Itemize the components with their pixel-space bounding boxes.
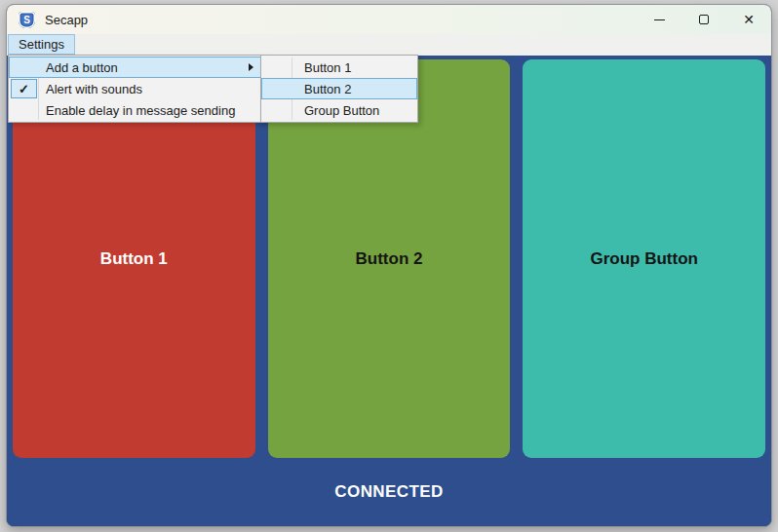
- big-button-1-label: Button 1: [100, 249, 168, 269]
- submenu-arrow-icon: [249, 63, 253, 71]
- menu-item-alert-with-sounds[interactable]: ✓ Alert with sounds: [9, 78, 262, 99]
- big-button-2-label: Button 2: [356, 249, 423, 269]
- submenu-item-button-1[interactable]: Button 1: [261, 57, 417, 78]
- close-button[interactable]: ✕: [726, 5, 771, 34]
- submenu-item-label: Button 1: [304, 60, 351, 75]
- big-button-group-label: Group Button: [590, 249, 697, 269]
- add-button-submenu-popup: Button 1 Button 2 Group Button: [260, 55, 418, 123]
- close-icon: ✕: [743, 13, 755, 26]
- maximize-button[interactable]: [681, 5, 726, 34]
- menu-item-add-a-button[interactable]: Add a button: [9, 57, 262, 78]
- submenu-item-label: Group Button: [304, 103, 379, 118]
- app-icon-letter: S: [23, 15, 30, 25]
- connection-status-label: CONNECTED: [334, 482, 443, 502]
- menu-item-label: Enable delay in message sending: [46, 103, 235, 118]
- settings-menu-popup: Add a button ✓ Alert with sounds Enable …: [8, 55, 263, 123]
- menubar: Settings: [7, 34, 771, 56]
- menu-item-enable-delay[interactable]: Enable delay in message sending: [9, 99, 262, 121]
- titlebar: S Secapp ✕: [7, 5, 771, 34]
- submenu-item-group-button[interactable]: Group Button: [261, 99, 417, 121]
- maximize-icon: [699, 15, 709, 24]
- statusbar: CONNECTED: [7, 458, 771, 526]
- app-shield-icon: S: [19, 12, 35, 28]
- window-title: Secapp: [45, 13, 88, 27]
- submenu-item-label: Button 2: [304, 82, 351, 96]
- submenu-item-button-2[interactable]: Button 2: [261, 78, 417, 99]
- minimize-button[interactable]: [637, 5, 681, 34]
- main-content: Button 1 Button 2 Group Button CONNECTED: [7, 56, 771, 526]
- menu-item-label: Alert with sounds: [46, 82, 142, 96]
- menubar-item-label: Settings: [19, 37, 64, 52]
- big-button-group[interactable]: Group Button: [523, 59, 765, 458]
- menubar-item-settings[interactable]: Settings: [8, 34, 75, 55]
- minimize-icon: [654, 19, 665, 20]
- menu-item-label: Add a button: [46, 60, 118, 75]
- checkmark-icon: ✓: [11, 79, 37, 98]
